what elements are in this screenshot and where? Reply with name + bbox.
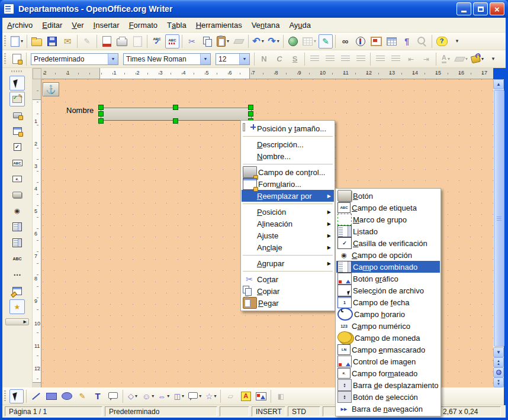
chevron-down-icon[interactable]: ▼: [239, 54, 249, 64]
selection-handle[interactable]: [98, 118, 104, 124]
font-name-combo[interactable]: Times New Roman▼: [123, 53, 211, 65]
menu-item-formulario[interactable]: Formulario...: [242, 178, 334, 190]
new-document-button[interactable]: ▾: [9, 34, 24, 49]
next-page-button[interactable]: ▼▼: [493, 377, 504, 387]
menu-item-cortar[interactable]: ✂Cortar: [242, 273, 334, 285]
drawing-functions-button[interactable]: ✎: [319, 34, 333, 49]
export-pdf-button[interactable]: [99, 34, 114, 49]
menu-item-campo-de-etiqueta[interactable]: ABCCampo de etiqueta: [336, 202, 440, 214]
design-mode-button[interactable]: [9, 92, 25, 106]
menu-item-campo-combinado[interactable]: Campo combinado: [336, 261, 440, 273]
status-selection-mode[interactable]: STD: [288, 406, 320, 416]
menu-ayuda[interactable]: Ayuda: [284, 18, 316, 32]
menu-item-campo-formateado[interactable]: #.Campo formateado: [336, 367, 440, 379]
ellipse-button[interactable]: [60, 389, 74, 403]
form-properties-button[interactable]: [9, 124, 25, 138]
background-color-button[interactable]: ▾: [470, 52, 485, 66]
menu-item-ajuste[interactable]: Ajuste▶: [242, 230, 334, 241]
undo-button[interactable]: ↶▾: [251, 34, 265, 49]
chevron-down-icon[interactable]: ▾: [314, 38, 316, 44]
styles-window-button[interactable]: [9, 52, 24, 66]
menu-item-campo-de-fecha[interactable]: 1Campo de fecha: [336, 296, 440, 308]
selection-handle[interactable]: [173, 118, 178, 124]
menu-formato[interactable]: Formato: [124, 18, 162, 32]
auto-spellcheck-button[interactable]: [165, 34, 179, 49]
menu-item-alineacion[interactable]: Alineación▶: [242, 218, 334, 230]
maximize-button[interactable]: [473, 2, 488, 15]
menu-item-barra-de-navegacion[interactable]: ▶▶Barra de navegación: [336, 403, 440, 415]
list-box-button[interactable]: [9, 219, 25, 234]
menu-item-nombre[interactable]: Nombre...: [242, 150, 334, 162]
anchor-marker[interactable]: ⚓: [43, 82, 59, 96]
menu-item-marco-de-grupo[interactable]: Marco de grupo: [336, 214, 440, 225]
checkbox-button[interactable]: ✓: [9, 140, 25, 154]
paragraph-style-combo[interactable]: Predeterminado▼: [31, 53, 118, 65]
menu-item-campo-de-moneda[interactable]: Campo de moneda: [336, 332, 440, 344]
chevron-down-icon[interactable]: ▾: [21, 38, 23, 44]
wizards-button[interactable]: ★: [9, 299, 25, 314]
chevron-down-icon[interactable]: ▾: [167, 393, 169, 399]
rectangle-button[interactable]: [44, 389, 59, 403]
menu-item-campo-horario[interactable]: Campo horario: [336, 308, 440, 320]
menu-item-campo-de-control[interactable]: Campo de control...: [242, 166, 334, 178]
selection-handle[interactable]: [98, 105, 104, 110]
selection-handle[interactable]: [248, 105, 253, 110]
minimize-button[interactable]: [456, 2, 471, 15]
vertical-scrollbar[interactable]: ▲ ▼ ▲▲ ▼▼: [493, 79, 504, 387]
menu-item-boton-de-seleccion[interactable]: Botón de selección: [336, 391, 440, 403]
scrollbar-thumb[interactable]: [494, 90, 504, 347]
combo-box-button[interactable]: [9, 235, 25, 250]
status-insert-mode[interactable]: INSERT: [252, 406, 285, 416]
menu-item-seleccion-de-archivo[interactable]: Selección de archivo: [336, 285, 440, 296]
scroll-up-button[interactable]: ▲: [493, 79, 504, 89]
menu-item-control-de-imagen[interactable]: Control de imagen: [336, 356, 440, 367]
menu-insertar[interactable]: Insertar: [89, 18, 124, 32]
callout-button[interactable]: [106, 389, 120, 403]
navigation-button[interactable]: [493, 367, 504, 377]
menu-item-posicion[interactable]: Posición▶: [242, 206, 334, 218]
paste-button[interactable]: ▾: [216, 34, 230, 49]
chevron-down-icon[interactable]: ▾: [277, 38, 279, 44]
text-box-button[interactable]: ABC: [9, 251, 25, 266]
toolbar-expand-button[interactable]: ▶: [5, 318, 29, 325]
formatted-field-button[interactable]: #.: [9, 172, 25, 186]
gallery-button[interactable]: [369, 34, 383, 49]
menu-editar[interactable]: Editar: [37, 18, 67, 32]
toolbar-grip[interactable]: [11, 70, 23, 72]
help-button[interactable]: ?: [435, 34, 449, 49]
toolbar-grip[interactable]: [4, 390, 6, 402]
hyperlink-button[interactable]: [286, 34, 300, 49]
title-bar[interactable]: Departamentos - OpenOffice.org Writer ×: [0, 0, 508, 18]
font-size-combo[interactable]: 12▼: [216, 53, 250, 65]
chevron-down-icon[interactable]: ▾: [227, 38, 229, 44]
spellcheck-button[interactable]: [150, 34, 164, 49]
freeform-line-button[interactable]: ✎: [75, 389, 89, 403]
line-button[interactable]: [29, 389, 43, 403]
menu-archivo[interactable]: Archivo: [2, 18, 37, 32]
chevron-down-icon[interactable]: ▼: [200, 54, 210, 64]
flowchart-button[interactable]: ◫▾: [172, 389, 186, 403]
chevron-down-icon[interactable]: ▾: [152, 393, 154, 399]
more-controls-button[interactable]: ⋯: [9, 267, 25, 282]
select-button[interactable]: [9, 389, 24, 403]
menu-item-copiar[interactable]: Copiar: [242, 285, 334, 297]
chevron-down-icon[interactable]: ▾: [214, 393, 217, 399]
menu-item-descripcion[interactable]: Descripción...: [242, 138, 334, 150]
fontwork-gallery-button[interactable]: A: [239, 389, 253, 403]
copy-button[interactable]: [200, 34, 214, 49]
chevron-down-icon[interactable]: ▾: [135, 393, 137, 399]
chevron-down-icon[interactable]: ▾: [448, 56, 450, 62]
chevron-down-icon[interactable]: ▾: [262, 38, 264, 44]
menu-item-listado[interactable]: Listado: [336, 225, 440, 237]
scroll-down-button[interactable]: ▼: [493, 347, 504, 357]
close-button[interactable]: ×: [490, 2, 504, 15]
menu-item-boton[interactable]: Botón: [336, 190, 440, 202]
status-object-size[interactable]: 2,67 x 0,24: [439, 406, 501, 416]
vertical-ruler[interactable]: 123456789101112: [33, 79, 41, 387]
selection-handle[interactable]: [248, 111, 253, 117]
selection-handle[interactable]: [173, 105, 178, 110]
redo-button[interactable]: ↷▾: [266, 34, 281, 49]
horizontal-ruler[interactable]: 211234567891011121314151617: [33, 68, 493, 79]
navigator-button[interactable]: [353, 34, 368, 49]
toolbar-options-2-button[interactable]: ▾: [486, 52, 500, 66]
